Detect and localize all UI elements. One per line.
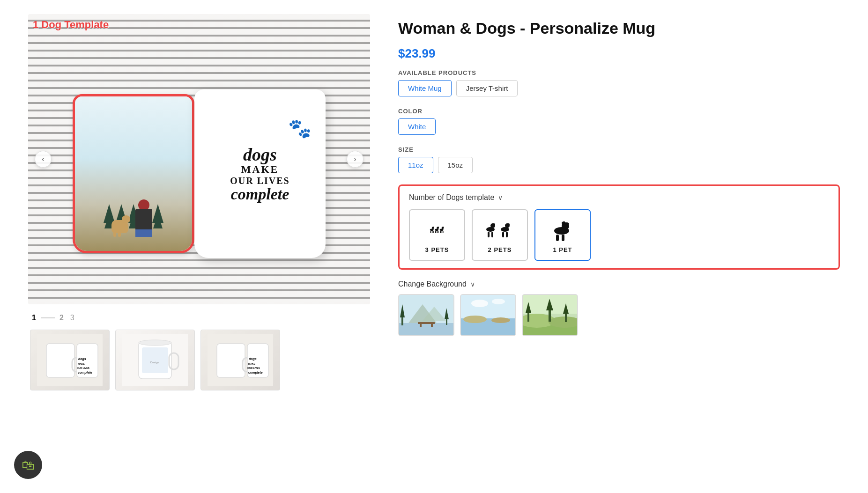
product-title: Woman & Dogs - Personalize Mug [398, 19, 840, 38]
woman-legs [135, 229, 152, 237]
mug-text-dogs: dogs [230, 146, 289, 163]
3pets-label: 3 PETS [425, 246, 449, 253]
change-background-header[interactable]: Change Background ∨ [398, 280, 840, 288]
dogs-template-title: Number of Dogs template [409, 193, 494, 202]
svg-text:OUR LIVES: OUR LIVES [247, 367, 260, 369]
1pet-option[interactable]: 1 PET [534, 209, 591, 261]
color-buttons: White [398, 118, 840, 135]
svg-point-33 [438, 227, 439, 228]
svg-rect-15 [217, 344, 245, 377]
page-1[interactable]: 1 [32, 314, 36, 322]
left-column: 🐾 dogs MAKE OUR LIVES complete 1 Dog Tem… [28, 14, 370, 390]
woman-body [135, 209, 152, 232]
background-option-1[interactable] [398, 294, 454, 336]
2pets-option[interactable]: 2 PETS [472, 209, 528, 261]
jersey-tshirt-button[interactable]: Jersey T-shirt [456, 80, 518, 96]
svg-point-73 [492, 299, 505, 304]
1pet-label: 1 PET [553, 246, 572, 253]
2pets-icons [483, 217, 516, 243]
prev-image-button[interactable]: ‹ [35, 151, 52, 168]
svg-text:dogs: dogs [249, 357, 257, 361]
svg-rect-65 [446, 318, 447, 325]
thumbnail-3[interactable]: dogs MAKE OUR LIVES complete [200, 330, 280, 390]
mug-pair: 🐾 dogs MAKE OUR LIVES complete [73, 89, 326, 258]
thumbnail-row: dogs MAKE OUR LIVES complete [28, 330, 370, 390]
svg-point-27 [432, 227, 434, 228]
mug-text-make: MAKE [230, 163, 289, 176]
white-mug-button[interactable]: White Mug [398, 80, 452, 96]
svg-point-39 [442, 227, 444, 228]
svg-rect-62 [431, 322, 433, 327]
3pets-icons [430, 217, 445, 243]
color-group: COLOR White [398, 108, 840, 135]
size-group: SIZE 11oz 15oz [398, 146, 840, 173]
svg-text:MAKE: MAKE [78, 362, 85, 365]
svg-rect-42 [488, 232, 490, 237]
product-price: $23.99 [398, 46, 840, 61]
available-products-buttons: White Mug Jersey T-shirt [398, 80, 840, 96]
svg-rect-47 [502, 232, 504, 237]
change-background-chevron: ∨ [470, 280, 475, 288]
size-buttons: 11oz 15oz [398, 157, 840, 173]
available-products-label: AVAILABLE PRODUCTS [398, 69, 840, 76]
2pets-label: 2 PETS [488, 246, 512, 253]
thumbnail-1[interactable]: dogs MAKE OUR LIVES complete [30, 330, 110, 390]
dog-figure [111, 213, 130, 237]
color-label: COLOR [398, 108, 840, 115]
available-products-group: AVAILABLE PRODUCTS White Mug Jersey T-sh… [398, 69, 840, 96]
white-color-button[interactable]: White [398, 118, 436, 135]
svg-rect-48 [506, 232, 508, 237]
mug-right-text: dogs MAKE OUR LIVES complete [221, 136, 299, 212]
woman-dog-silhouette [111, 199, 156, 237]
svg-text:complete: complete [78, 371, 92, 375]
svg-text:MAKE: MAKE [248, 362, 255, 365]
dog-head [122, 215, 130, 223]
svg-rect-53 [562, 235, 564, 241]
svg-point-72 [471, 300, 488, 307]
page-2[interactable]: 2 [59, 314, 64, 322]
svg-rect-1 [46, 344, 74, 377]
one-dog-template-label: 1 Dog Template [33, 19, 109, 31]
page-divider [41, 317, 55, 318]
dog-leg-2 [118, 232, 121, 237]
mug-right: 🐾 dogs MAKE OUR LIVES complete [194, 89, 326, 258]
thumb-inner-2: Design [116, 330, 194, 390]
next-image-button[interactable]: › [347, 151, 364, 168]
thumb-inner-3: dogs MAKE OUR LIVES complete [201, 330, 280, 390]
dogs-template-chevron: ∨ [498, 194, 503, 201]
dogs-template-section: Number of Dogs template ∨ [398, 184, 840, 270]
shopify-badge[interactable]: 🛍 [14, 451, 42, 479]
mug-left [73, 94, 194, 253]
svg-point-49 [507, 223, 510, 225]
svg-rect-61 [420, 322, 422, 327]
svg-text:OUR LIVES: OUR LIVES [77, 367, 90, 369]
background-thumbnails [398, 294, 840, 336]
svg-text:Design: Design [150, 361, 159, 364]
mug-left-handle [73, 155, 75, 192]
dog-leg-1 [113, 232, 116, 237]
change-background-title: Change Background [398, 280, 467, 288]
background-option-3[interactable] [522, 294, 578, 336]
background-option-2[interactable] [460, 294, 516, 336]
thumbnail-2[interactable]: Design [115, 330, 195, 390]
pagination: 1 2 3 [28, 314, 370, 322]
11oz-button[interactable]: 11oz [398, 157, 433, 173]
svg-rect-43 [491, 232, 493, 237]
change-background-section: Change Background ∨ [398, 280, 840, 336]
page-3[interactable]: 3 [70, 314, 74, 322]
pet-options: 3 PETS [409, 209, 829, 261]
mug-text-ourlives: OUR LIVES [230, 176, 289, 186]
dogs-template-header[interactable]: Number of Dogs template ∨ [409, 193, 829, 202]
15oz-button[interactable]: 15oz [438, 157, 473, 173]
thumb-inner-1: dogs MAKE OUR LIVES complete [30, 330, 109, 390]
paw-icon: 🐾 [288, 118, 312, 140]
size-label: SIZE [398, 146, 840, 153]
right-column: Woman & Dogs - Personalize Mug $23.99 AV… [398, 14, 840, 390]
svg-text:dogs: dogs [78, 357, 86, 361]
svg-text:complete: complete [248, 371, 263, 375]
hands-mug-area: 🐾 dogs MAKE OUR LIVES complete [28, 43, 370, 304]
3pets-option[interactable]: 3 PETS [409, 209, 465, 261]
svg-rect-83 [549, 309, 551, 322]
svg-rect-52 [556, 235, 559, 241]
svg-rect-59 [399, 323, 453, 335]
